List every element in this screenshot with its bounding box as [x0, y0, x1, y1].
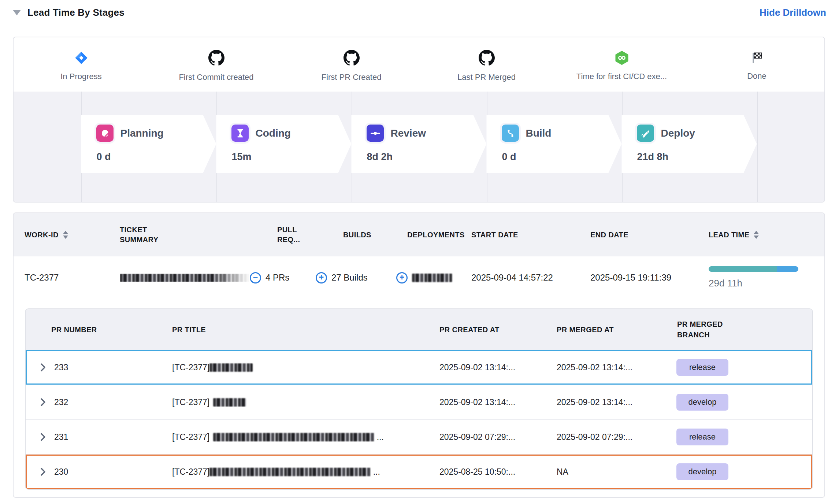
col-label: START DATE [471, 230, 518, 240]
col-builds: BUILDS [316, 230, 396, 240]
col-deployments: DEPLOYMENTS [396, 230, 471, 240]
pr-title-prefix: [TC-2377] [172, 397, 209, 407]
stage-duration: 15m [231, 151, 351, 163]
pr-title: [TC-2377] ... [172, 432, 439, 442]
pr-created-at: 2025-08-25 10:50:... [439, 467, 557, 477]
stage-name: Planning [120, 127, 163, 139]
pull-requests-cell[interactable]: 4 PRs [250, 272, 316, 284]
lead-time-bar-segment [709, 266, 777, 272]
stage-name: Coding [255, 127, 290, 139]
pr-number: 230 [51, 467, 172, 477]
col-label: LEAD TIME [709, 230, 749, 240]
milestone-divider [757, 92, 758, 203]
chevron-right-icon[interactable] [40, 363, 51, 372]
pr-number: 231 [51, 432, 172, 442]
branch-icon [502, 125, 519, 142]
section-header: Lead Time By Stages Hide Drilldown [13, 4, 826, 21]
collapse-prs-icon[interactable] [250, 272, 261, 284]
builds-cell[interactable]: 27 Builds [316, 272, 396, 284]
redacted-text [213, 433, 374, 441]
col-label: BUILDS [343, 230, 371, 240]
expand-deployments-icon[interactable] [396, 272, 408, 284]
pr-created-at: 2025-09-02 13:14:... [439, 397, 557, 407]
milestone-label: Done [747, 71, 766, 81]
col-pull-requests: PULL REQ... [250, 225, 316, 245]
branch-badge: develop [676, 463, 728, 480]
pr-table-header: PR NUMBER PR TITLE PR CREATED AT PR MERG… [26, 309, 812, 350]
lead-time-bar-segment [777, 266, 798, 272]
pr-row-230[interactable]: 230 [TC-2377] ... 2025-08-25 10:50:... N… [26, 454, 812, 489]
redacted-text [120, 274, 250, 282]
stage-coding: Coding 15m [216, 115, 351, 173]
jira-icon [74, 51, 89, 67]
pr-row-233[interactable]: 233 [TC-2377] 2025-09-02 13:14:... 2025-… [26, 350, 812, 385]
milestone-done: Done [689, 37, 824, 92]
col-pr-merged-branch: PR MERGED BRANCH [672, 319, 812, 340]
pr-title: [TC-2377] [172, 397, 439, 407]
col-label: TICKET SUMMARY [120, 225, 175, 245]
planning-icon [96, 125, 114, 142]
milestone-label: First Commit created [179, 73, 253, 82]
pr-created-at: 2025-09-02 13:14:... [439, 363, 557, 373]
chevron-right-icon[interactable] [40, 398, 51, 407]
pr-row-232[interactable]: 232 [TC-2377] 2025-09-02 13:14:... 2025-… [26, 385, 812, 419]
milestones-row: In Progress First Commit created First P… [14, 37, 824, 92]
chevron-right-icon[interactable] [40, 433, 51, 441]
milestone-first-commit: First Commit created [149, 37, 284, 92]
stage-duration: 21d 8h [637, 151, 757, 163]
redacted-text [209, 468, 371, 476]
milestone-last-pr-merged: Last PR Merged [419, 37, 554, 92]
end-date-cell: 2025-09-15 19:11:39 [590, 273, 709, 283]
work-id-cell: TC-2377 [25, 273, 120, 283]
page-title: Lead Time By Stages [27, 7, 125, 18]
col-label: PULL REQ... [277, 225, 316, 245]
milestone-first-pr: First PR Created [284, 37, 419, 92]
pr-branch-cell: develop [672, 394, 812, 411]
pr-number: 233 [51, 363, 172, 373]
pr-title-prefix: [TC-2377] [172, 467, 209, 477]
collapse-triangle-icon[interactable] [13, 10, 21, 15]
stage-duration: 0 d [502, 151, 621, 163]
stage-name: Review [390, 127, 426, 139]
col-label: END DATE [590, 230, 628, 240]
col-label: PR MERGED BRANCH [677, 319, 732, 340]
expand-builds-icon[interactable] [316, 272, 327, 284]
work-items-table: WORK-ID TICKET SUMMARY PULL REQ... BUILD… [13, 212, 825, 498]
col-pr-merged-at: PR MERGED AT [557, 325, 672, 335]
redacted-text [213, 398, 246, 407]
col-label: WORK-ID [25, 230, 59, 240]
pr-row-231[interactable]: 231 [TC-2377] ... 2025-09-02 07:29:... 2… [26, 419, 812, 454]
work-table-header: WORK-ID TICKET SUMMARY PULL REQ... BUILD… [14, 213, 824, 256]
github-icon [208, 50, 224, 67]
pr-number: 232 [51, 397, 172, 407]
lead-time-cell: 29d 11h [709, 266, 824, 289]
milestone-label: Time for first CI/CD exe... [576, 72, 667, 81]
chevron-right-icon[interactable] [40, 467, 51, 476]
col-label: DEPLOYMENTS [407, 230, 465, 240]
pr-branch-cell: release [672, 429, 812, 445]
sort-icon[interactable] [754, 231, 759, 239]
cicd-icon [615, 51, 629, 67]
stage-deploy: Deploy 21d 8h [621, 115, 757, 173]
start-date-cell: 2025-09-04 14:57:22 [471, 273, 590, 283]
stage-build: Build 0 d [486, 115, 621, 173]
work-table-row[interactable]: TC-2377 4 PRs 27 Builds 2025-09-04 14:57… [14, 256, 824, 299]
hide-drilldown-link[interactable]: Hide Drilldown [760, 7, 826, 18]
col-ticket-summary: TICKET SUMMARY [120, 225, 250, 245]
col-pr-number: PR NUMBER [51, 325, 172, 335]
col-lead-time: LEAD TIME [709, 230, 824, 240]
lead-time-value: 29d 11h [709, 278, 824, 289]
branch-badge: develop [676, 394, 728, 411]
github-icon [344, 50, 360, 67]
branch-badge: release [676, 429, 728, 445]
milestone-label: First PR Created [322, 73, 382, 82]
rocket-icon [637, 125, 654, 142]
stage-name: Build [526, 127, 551, 139]
deployments-cell[interactable] [396, 272, 471, 284]
sort-icon[interactable] [63, 231, 68, 239]
pr-title-prefix: [TC-2377] [172, 432, 209, 442]
pr-title-suffix: ... [373, 467, 380, 477]
col-end-date: END DATE [590, 230, 709, 240]
redacted-text [412, 274, 452, 282]
hourglass-icon [231, 125, 249, 142]
